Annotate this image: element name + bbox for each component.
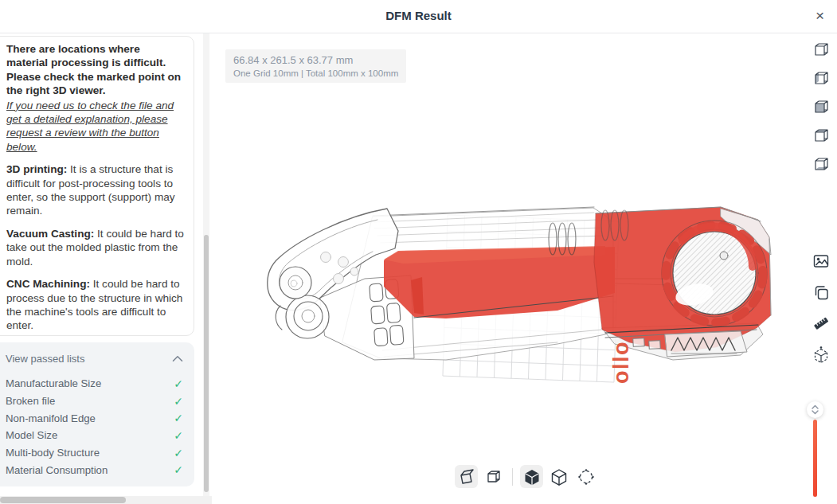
dfm-result-dialog: DFM Result × There are locations where m… [0, 0, 837, 504]
wireframe-model [268, 207, 771, 360]
dfm-summary-text: There are locations where material proce… [6, 42, 184, 98]
passed-item: Broken file✓ [6, 393, 183, 410]
vertical-scrollbar-thumb[interactable] [204, 235, 209, 492]
wireframe-view-button[interactable] [547, 465, 570, 488]
passed-item: Non-manifold Edge✓ [6, 409, 183, 427]
chevron-up-icon [812, 404, 819, 409]
solid-view-button[interactable] [520, 465, 543, 488]
close-icon[interactable]: × [815, 7, 824, 25]
model-canvas[interactable]: ollo [213, 33, 837, 504]
model-dimensions-box: 66.84 x 261.5 x 63.77 mm One Grid 10mm |… [225, 49, 406, 83]
passed-item: Multi-body Structure✓ [6, 444, 183, 462]
view-bottom-cube-icon[interactable] [813, 156, 829, 172]
check-icon: ✓ [174, 396, 183, 407]
process-label: CNC Machining: [6, 278, 90, 290]
viewer-tools-toolbar [812, 252, 830, 365]
process-note-3d-printing: 3D printing: It is a structure that is d… [6, 162, 184, 218]
orthographic-cube-icon [485, 468, 503, 486]
check-icon: ✓ [174, 447, 183, 459]
dialog-header: DFM Result × [0, 0, 837, 33]
request-review-link[interactable]: If you need us to check the file and get… [6, 99, 184, 154]
check-icon: ✓ [174, 378, 183, 389]
dfm-analysis-panel: There are locations where material proce… [0, 36, 194, 336]
page-title: DFM Result [0, 9, 837, 22]
process-label: 3D printing: [6, 163, 67, 175]
passed-item: Manufacturable Size✓ [6, 375, 183, 393]
zoom-slider-handle[interactable] [807, 401, 823, 418]
panel-horizontal-scrollbar [0, 496, 212, 504]
process-note-cnc-machining: CNC Machining: It could be hard to proce… [6, 277, 184, 333]
section-box-icon[interactable] [812, 346, 830, 365]
screenshot-icon[interactable] [812, 252, 830, 270]
toolbar-divider [512, 468, 513, 486]
passed-lists-panel: View passed lists Manufacturable Size✓ B… [0, 342, 194, 486]
view-top-cube-icon[interactable] [813, 127, 829, 143]
view-back-cube-icon[interactable] [813, 41, 829, 57]
view-orientation-toolbar [813, 13, 829, 172]
bounding-box-dimensions: 66.84 x 261.5 x 63.77 mm [233, 54, 398, 66]
orthographic-view-button[interactable] [482, 465, 505, 488]
view-left-cube-icon[interactable] [813, 70, 829, 86]
passed-item-label: Multi-body Structure [6, 447, 100, 459]
chevron-down-icon [812, 410, 819, 415]
perspective-cube-icon [458, 468, 475, 486]
watermark: ollo [609, 341, 633, 384]
measure-ruler-icon[interactable] [812, 315, 830, 332]
passed-item: Model Size✓ [6, 427, 183, 444]
chevron-up-icon [172, 355, 183, 362]
horizontal-scrollbar-thumb[interactable] [0, 497, 126, 503]
process-label: Vacuum Casting: [6, 228, 94, 240]
perspective-view-button[interactable] [455, 465, 478, 488]
solid-cube-icon [523, 468, 541, 486]
view-right-cube-icon[interactable] [813, 99, 829, 115]
wireframe-cube-icon [550, 468, 568, 486]
passed-item-label: Material Consumption [6, 464, 108, 476]
passed-lists-toggle[interactable]: View passed lists [6, 349, 183, 368]
grid-info: One Grid 10mm | Total 100mm x 100mm [233, 68, 398, 78]
panel-vertical-scrollbar [203, 33, 209, 504]
dfm-highlight-block [594, 207, 771, 360]
check-icon: ✓ [174, 412, 183, 424]
process-note-vacuum-casting: Vacuum Casting: It could be hard to take… [6, 227, 184, 268]
copy-view-icon[interactable] [812, 283, 830, 301]
check-icon: ✓ [174, 464, 183, 475]
passed-item-label: Broken file [6, 395, 55, 407]
passed-item-label: Model Size [6, 429, 57, 441]
fit-view-icon [577, 468, 595, 486]
check-icon: ✓ [174, 430, 183, 441]
passed-lists-title: View passed lists [6, 353, 84, 365]
3d-viewer[interactable]: 66.84 x 261.5 x 63.77 mm One Grid 10mm |… [213, 33, 837, 504]
display-mode-toolbar [455, 465, 597, 488]
passed-item-label: Non-manifold Edge [6, 412, 96, 424]
fit-view-button[interactable] [574, 465, 597, 488]
zoom-slider-track[interactable] [813, 420, 817, 497]
passed-item: Material Consumption✓ [6, 461, 183, 479]
passed-item-label: Manufacturable Size [6, 377, 101, 389]
